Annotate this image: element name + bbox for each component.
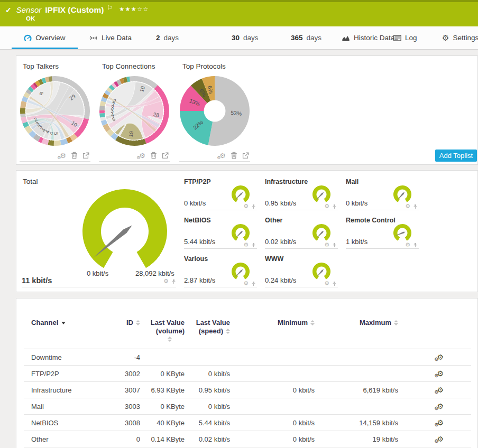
gear-icon[interactable]: ⚙ <box>243 242 249 248</box>
tab-number: 365 <box>291 34 303 42</box>
svg-text:19: 19 <box>128 130 135 137</box>
total-gauge <box>81 188 168 270</box>
gear-icon[interactable]: ⚙ <box>243 281 249 286</box>
tab-30-days[interactable]: 30days <box>232 26 259 49</box>
pin-icon[interactable] <box>332 281 337 286</box>
donut-chart[interactable]: 53%22%13%6%6% <box>179 75 251 149</box>
gauge-channel-value: 0.24 kbit/s <box>265 276 296 284</box>
cell-minimum: 0 kbit/s <box>230 415 315 431</box>
gauge-channel-value: 2.87 kbit/s <box>184 276 215 284</box>
sort-desc-icon <box>61 322 66 324</box>
chord-chart[interactable]: 291062334445 <box>19 75 91 149</box>
channel-gauge-card: FTP/P2P0 kbit/s⚙ <box>184 177 257 210</box>
column-header-channel[interactable]: Channel <box>24 318 108 349</box>
channel-settings-icon[interactable]: ⚙⚙ <box>437 419 444 426</box>
pin-icon[interactable] <box>413 204 418 209</box>
gear-icon[interactable]: ⚙ <box>163 278 169 284</box>
tab-number: 2 <box>156 34 160 42</box>
svg-text:5: 5 <box>53 132 59 136</box>
channel-settings-icon[interactable]: ⚙⚙ <box>437 370 444 377</box>
tab-label: days <box>307 34 322 42</box>
tab-live-data[interactable]: Live Data <box>89 26 132 49</box>
cell-actions: ⚙⚙ <box>398 366 471 382</box>
toplist-settings-icon[interactable]: ⚙⚙ <box>60 152 66 159</box>
toplist-title: Top Connections <box>102 62 155 70</box>
cell-actions: ⚙⚙ <box>398 415 471 431</box>
pin-icon[interactable] <box>251 242 256 248</box>
tab-settings[interactable]: ⚙Settings <box>442 26 478 49</box>
gauge-channel-value: 0.95 kbit/s <box>265 199 296 207</box>
tab-historic-data[interactable]: Historic Data <box>342 26 394 49</box>
cell-id: 0 <box>108 431 140 447</box>
channel-gauge <box>311 184 332 206</box>
tab-label: Overview <box>35 34 65 42</box>
status-text: OK <box>26 15 35 22</box>
channel-gauge <box>231 184 251 206</box>
channel-settings-icon[interactable]: ⚙⚙ <box>437 353 444 361</box>
gauges-panel: Total 0 kbit/s 28,092 kbit/s 11 kbit/s ⚙… <box>16 170 478 292</box>
cell-maximum: 14,159 kbit/s <box>315 415 398 431</box>
open-toplist-icon[interactable] <box>82 152 89 159</box>
cell-channel: Mail <box>24 398 108 415</box>
cell-id: 3007 <box>108 382 140 398</box>
column-header-maximum[interactable]: Maximum <box>315 318 398 349</box>
tab-overview[interactable]: Overview <box>12 26 78 49</box>
table-row: Other00.14 KByte0.02 kbit/s0 kbit/s19 kb… <box>24 431 471 447</box>
gear-icon[interactable]: ⚙ <box>324 281 329 286</box>
cell-actions: ⚙⚙ <box>398 398 471 415</box>
cell-actions: ⚙⚙ <box>398 382 471 398</box>
pin-icon[interactable] <box>413 242 418 248</box>
channel-gauge-card: NetBIOS5.44 kbit/s⚙ <box>184 216 257 249</box>
delete-icon[interactable] <box>231 152 237 159</box>
delete-icon[interactable] <box>150 152 157 159</box>
gauge-channel-value: 5.44 kbit/s <box>184 238 215 246</box>
sensor-kind-label: Sensor <box>16 5 42 14</box>
column-header-last_volume[interactable]: Last Value(volume) <box>140 318 185 349</box>
chord-chart[interactable]: 102819233345 <box>98 75 170 149</box>
channel-settings-icon[interactable]: ⚙⚙ <box>437 403 444 410</box>
delete-icon[interactable] <box>71 152 78 159</box>
toplist-settings-icon[interactable]: ⚙⚙ <box>139 152 145 159</box>
pin-icon[interactable] <box>251 204 256 209</box>
gear-icon[interactable]: ⚙ <box>405 203 410 209</box>
channel-table: ChannelIDLast Value(volume)Last Value(sp… <box>24 318 471 447</box>
channel-settings-icon[interactable]: ⚙⚙ <box>437 386 444 394</box>
channel-gauge-card: WWW0.24 kbit/s⚙ <box>265 254 338 287</box>
column-header-id[interactable]: ID <box>108 318 140 349</box>
column-header-minimum[interactable]: Minimum <box>230 318 315 349</box>
open-toplist-icon[interactable] <box>162 152 169 159</box>
sensor-header: ✓ Sensor IPFIX (Custom) ⚐ ★★★☆☆ OK <box>0 0 478 26</box>
priority-stars[interactable]: ★★★☆☆ <box>119 6 149 13</box>
column-header-actions <box>398 318 471 349</box>
sort-icon <box>168 337 172 342</box>
gauge-channel-value: 1 kbit/s <box>346 238 367 246</box>
channel-table-panel: ChannelIDLast Value(volume)Last Value(sp… <box>16 298 478 448</box>
pin-icon[interactable] <box>171 279 176 284</box>
pin-icon[interactable] <box>332 204 337 209</box>
tab-number: 30 <box>232 34 240 42</box>
toplist-card: Top Talkers291062334445⚙⚙ <box>20 60 90 162</box>
open-toplist-icon[interactable] <box>242 152 249 159</box>
table-row: Mail30030 KByte0 kbit/s⚙⚙ <box>24 398 471 415</box>
pin-icon[interactable] <box>251 281 256 286</box>
sort-icon <box>226 329 230 334</box>
cell-channel: Other <box>24 431 108 447</box>
add-toplist-button[interactable]: Add Toplist <box>435 150 477 162</box>
gear-icon[interactable]: ⚙ <box>405 242 410 248</box>
gear-icon[interactable]: ⚙ <box>324 203 329 209</box>
tab-365-days[interactable]: 365days <box>291 26 321 49</box>
gauge-channel-value: 0.02 kbit/s <box>265 238 296 246</box>
channel-settings-icon[interactable]: ⚙⚙ <box>437 435 444 443</box>
flag-icon[interactable]: ⚐ <box>107 4 113 12</box>
gear-icon[interactable]: ⚙ <box>243 203 249 209</box>
tab-log[interactable]: Log <box>393 26 417 49</box>
channel-gauge <box>231 262 251 283</box>
cell-maximum <box>315 349 398 366</box>
channel-gauge-card: Remote Control1 kbit/s⚙ <box>346 216 419 249</box>
pin-icon[interactable] <box>332 242 337 248</box>
gear-icon[interactable]: ⚙ <box>324 242 329 248</box>
column-header-last_speed[interactable]: Last Value(speed) <box>185 318 230 349</box>
toplist-settings-icon[interactable]: ⚙⚙ <box>219 152 226 159</box>
tab-2-days[interactable]: 2days <box>156 26 179 49</box>
cell-minimum: 0 kbit/s <box>230 382 315 398</box>
